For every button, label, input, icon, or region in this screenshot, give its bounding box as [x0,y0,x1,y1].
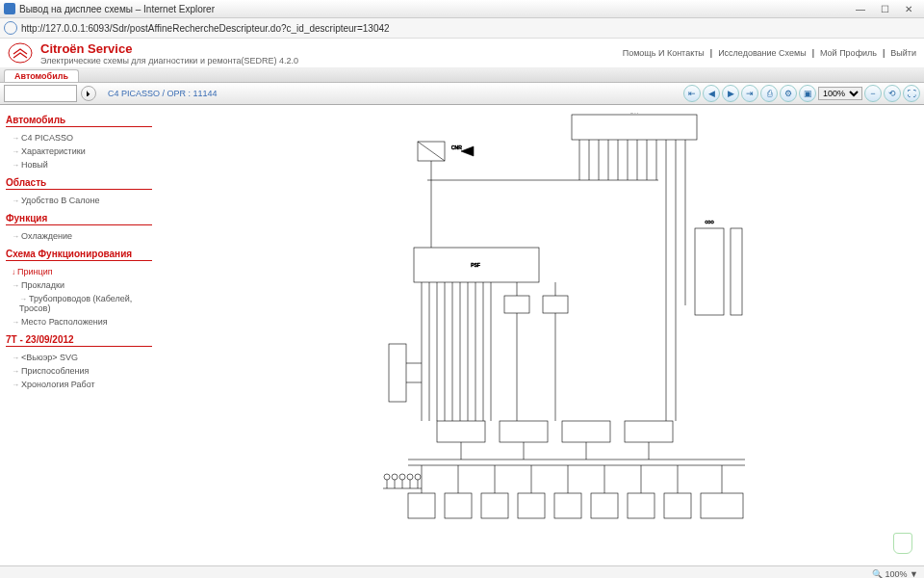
svg-text:PSF: PSF [471,262,480,268]
sidebar-item[interactable]: Охлаждение [6,229,152,243]
tab-bar: Автомобиль [0,68,924,83]
print-button[interactable]: ⎙ [760,85,778,102]
svg-rect-1 [572,115,697,140]
zoom-fit-button[interactable]: ▣ [799,85,816,102]
svg-rect-54 [554,493,581,518]
sidebar-item[interactable]: <Вьюэр> SVG [6,351,152,364]
zoom-select[interactable]: 100% [818,87,862,100]
side-head-area: Область [6,177,152,190]
fullscreen-button[interactable]: ⛶ [903,85,920,102]
svg-rect-45 [500,421,548,442]
svg-rect-58 [701,493,743,518]
svg-rect-57 [664,493,691,518]
minimize-button[interactable]: — [849,1,872,16]
svg-rect-44 [437,421,485,442]
ie-favicon [4,3,15,14]
zoom-reset-button[interactable]: ⟲ [884,85,901,102]
security-shield-icon [893,533,912,554]
svg-text:BVI: BVI [630,113,638,114]
svg-point-71 [407,474,413,480]
svg-rect-22 [695,228,724,315]
sidebar-item[interactable]: Характеристики [6,144,152,158]
brand-title: Citroën Service [40,41,298,56]
svg-text:CNR: CNR [451,144,462,150]
sidebar-item[interactable]: Удобство В Салоне [6,194,152,207]
svg-rect-36 [543,296,568,313]
maximize-button[interactable]: ☐ [873,1,896,16]
svg-rect-53 [518,493,545,518]
close-button[interactable]: ✕ [897,1,920,16]
sidebar-item[interactable]: Место Расположения [6,315,152,328]
go-button[interactable]: ⏵ [81,86,96,101]
svg-text:COO: COO [705,220,713,224]
svg-rect-47 [625,421,673,442]
sidebar-item[interactable]: Новый [6,158,152,171]
settings-button[interactable]: ⚙ [780,85,797,102]
svg-rect-56 [628,493,654,518]
sidebar-item[interactable]: Трубопроводов (Кабелей, Тросов) [6,292,152,315]
svg-rect-24 [731,228,742,315]
top-nav: Помощь И Контакты| Исследование Схемы| М… [623,48,916,58]
svg-rect-46 [562,421,610,442]
url-field[interactable]: http://127.0.0.1:6093/Sdr/postAffineRech… [21,23,920,34]
svg-point-69 [392,474,398,480]
tab-automobile[interactable]: Автомобиль [4,69,79,82]
sidebar: Автомобиль C4 PICASSO Характеристики Нов… [0,105,158,565]
brand-subtitle: Электрические схемы для диагностики и ре… [40,56,298,66]
sidebar-item[interactable]: C4 PICASSO [6,131,152,144]
brand-header: Citroën Service Электрические схемы для … [0,39,924,68]
nav-next-button[interactable]: ▶ [722,85,739,102]
search-input[interactable] [4,85,77,102]
svg-rect-41 [389,344,406,402]
window-titlebar: Вывод на дисплее схемы – Internet Explor… [0,0,924,18]
diagram-canvas[interactable]: BVI CNR PSF COO [158,105,924,565]
nav-first-button[interactable]: ⇤ [683,85,701,102]
sidebar-item[interactable]: Хронология Работ [6,378,152,391]
svg-line-16 [418,142,445,161]
nav-profile[interactable]: Мой Профиль [820,48,877,58]
ie-status-bar: 🔍 100% ▼ [0,565,924,578]
breadcrumb: C4 PICASSO / OPR : 11144 [108,89,218,98]
nav-prev-button[interactable]: ◀ [703,85,720,102]
side-head-func: Функция [6,213,152,225]
svg-rect-55 [591,493,618,518]
sidebar-item[interactable]: Приспособления [6,364,152,378]
svg-point-72 [415,474,421,480]
citroen-logo [8,42,33,64]
toolbar: ⏵ C4 PICASSO / OPR : 11144 ⇤ ◀ ▶ ⇥ ⎙ ⚙ ▣… [0,83,924,105]
sidebar-item-active[interactable]: Принцип [6,265,152,278]
zoom-out-button[interactable]: − [864,85,882,102]
nav-research[interactable]: Исследование Схемы [718,48,807,58]
svg-rect-52 [481,493,508,518]
nav-help[interactable]: Помощь И Контакты [623,48,705,58]
window-title: Вывод на дисплее схемы – Internet Explor… [19,4,845,14]
sidebar-item[interactable]: Прокладки [6,278,152,292]
address-bar: http://127.0.0.1:6093/Sdr/postAffineRech… [0,18,924,39]
side-head-date: 7T - 23/09/2012 [6,334,152,347]
svg-rect-35 [504,296,529,313]
svg-rect-51 [445,493,472,518]
svg-point-68 [384,474,390,480]
wiring-diagram: BVI CNR PSF COO [370,113,774,537]
svg-point-70 [399,474,405,480]
zoom-indicator[interactable]: 🔍 100% ▼ [872,569,918,578]
svg-rect-50 [408,493,435,518]
nav-last-button[interactable]: ⇥ [741,85,758,102]
side-head-scheme: Схема Функционирования [6,249,152,261]
globe-icon [4,21,17,35]
side-head-auto: Автомобиль [6,115,152,127]
nav-logout[interactable]: Выйти [890,48,916,58]
